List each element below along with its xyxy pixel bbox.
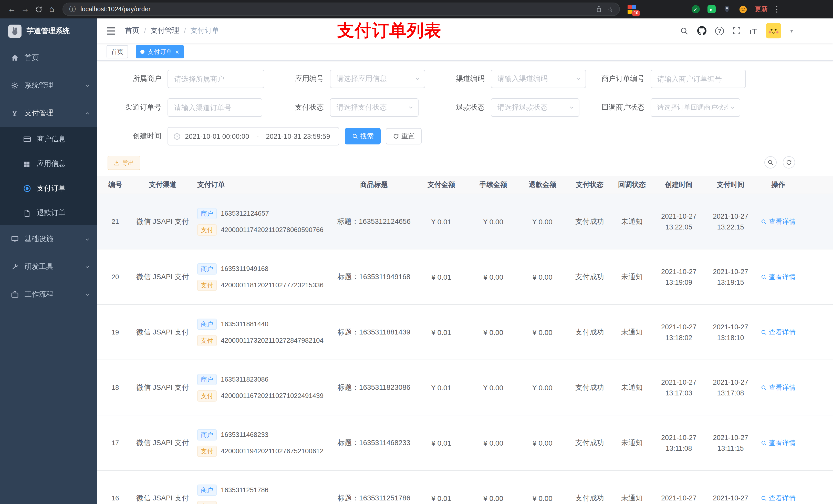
sidebar-item-payment[interactable]: ¥ 支付管理 [0,99,97,127]
forward-icon[interactable]: → [19,3,32,16]
font-size-icon[interactable]: ıT [749,26,757,35]
main-pane: 首页 / 支付管理 / 支付订单 支付订单列表 ? [97,19,833,504]
pay-tag: 支付 [197,335,217,346]
gear-icon [10,81,19,90]
tab-home[interactable]: 首页 [106,45,128,58]
merchant-tag: 商户 [197,429,217,440]
sidebar-item-pay-order[interactable]: 支付订单 [0,176,97,201]
home-icon[interactable]: ⌂ [45,3,58,16]
url-bar[interactable]: ⓘ localhost:1024/pay/order ☆ [63,3,620,16]
filter-pay-status: 支付状态 请选择支付状态 [270,98,419,117]
search-icon[interactable] [680,26,689,35]
toggle-search-button[interactable] [764,156,777,169]
view-detail-link[interactable]: 查看详情 [761,272,795,282]
filter-merchant-order-no: 商户订单编号 [585,70,746,88]
reload-icon[interactable] [32,3,45,16]
url-text: localhost:1024/pay/order [80,6,591,13]
extension-drop-icon[interactable] [643,5,652,14]
sidebar-item-merchant-info[interactable]: 商户信息 [0,127,97,152]
channel-order-no-input[interactable] [168,98,262,117]
sidebar-item-home[interactable]: 首页 [0,44,97,72]
back-icon[interactable]: ← [5,3,19,16]
breadcrumb-payment[interactable]: 支付管理 [151,26,179,35]
sidebar-item-workflow[interactable]: 工作流程 [0,281,97,308]
tab-pay-order[interactable]: 支付订单 × [136,45,184,58]
refund-status-select[interactable]: 请选择退款状态 [491,98,579,117]
breadcrumb-home[interactable]: 首页 [125,26,139,35]
wrench-icon [10,263,19,271]
chevron-down-icon [575,76,581,82]
notify-status-select[interactable]: 请选择订单回调商户状态 [651,98,740,117]
browser-menu-icon[interactable]: ⋮ [773,5,780,14]
extension-check-icon[interactable]: ✓ [691,5,700,14]
user-avatar[interactable] [766,23,782,39]
card-icon [23,135,31,144]
close-icon[interactable]: × [175,48,179,55]
chevron-down-icon [85,264,90,270]
date-start[interactable]: 2021-10-01 00:00:00 [185,133,249,140]
view-detail-link[interactable]: 查看详情 [761,438,795,448]
top-navbar: 首页 / 支付管理 / 支付订单 支付订单列表 ? [97,19,833,43]
extension-blocks-icon[interactable]: 10 [627,5,636,14]
extension-circle-gray-icon[interactable] [659,5,668,14]
merchant-input[interactable] [168,70,264,88]
sidebar-submenu-payment: 商户信息 应用信息 支付订单 [0,127,97,225]
chevron-down-icon [414,76,421,82]
navbar-actions: ? ıT ▾ [680,19,793,43]
screen: ← → ⌂ ⓘ localhost:1024/pay/order ☆ 10 ✓ … [0,0,833,504]
merchant-tag: 商户 [197,318,217,330]
app-id-select[interactable]: 请选择应用信息 [330,70,425,88]
sidebar-item-refund-order[interactable]: 退款订单 [0,201,97,225]
view-detail-link[interactable]: 查看详情 [761,494,795,503]
channel-code-select[interactable]: 请输入渠道编码 [491,70,586,88]
export-button[interactable]: 导出 [108,156,140,170]
search-button[interactable]: 搜索 [345,128,381,144]
table-row: 16 微信 JSAPI 支付 商户1635311251786 支付 标题：163… [97,471,833,504]
table-row: 21 微信 JSAPI 支付 商户1635312124657 支付4200001… [97,194,833,249]
logo-rabbit-icon [8,25,22,38]
help-icon[interactable]: ? [715,26,724,35]
date-range-picker[interactable]: 2021-10-01 00:00:00 - 2021-10-31 23:59:5… [168,127,339,145]
avatar-caret-icon[interactable]: ▾ [790,27,793,34]
pay-status-select[interactable]: 请选择支付状态 [330,98,419,117]
sidebar-item-system[interactable]: 系统管理 [0,72,97,99]
page-title-annotation: 支付订单列表 [337,19,442,42]
table-row: 19 微信 JSAPI 支付 商户1635311881440 支付4200001… [97,305,833,360]
pay-tag: 支付 [197,224,217,235]
target-icon [23,184,31,193]
chevron-down-icon [730,104,736,111]
app-window: 芋道管理系统 首页 系统管理 ¥ 支付管理 [0,19,833,504]
hamburger-icon[interactable] [106,27,116,34]
chrome-update-button[interactable]: 更新 [755,5,768,14]
extension-pin-icon[interactable] [723,5,732,14]
pay-tag: 支付 [197,390,217,401]
extension-badge: 10 [632,10,640,16]
extension-circle-green-icon[interactable] [675,5,684,14]
browser-chrome: ← → ⌂ ⓘ localhost:1024/pay/order ☆ 10 ✓ … [0,0,833,19]
view-detail-link[interactable]: 查看详情 [761,328,795,337]
extension-toolbar: 10 ✓ ▸ [627,5,747,14]
sidebar-item-infrastructure[interactable]: 基础设施 [0,225,97,253]
merchant-order-no-input[interactable] [651,70,746,88]
monitor-icon [10,235,19,243]
chevron-down-icon [85,83,90,88]
orders-table: 编号 支付渠道 支付订单 商品标题 支付金额 手续金额 退款金额 支付状态 回调… [97,176,833,504]
sidebar-item-dev-tools[interactable]: 研发工具 [0,253,97,281]
breadcrumb-pay-order: 支付订单 [191,26,219,35]
date-end[interactable]: 2021-10-31 23:59:59 [266,133,330,140]
view-detail-link[interactable]: 查看详情 [761,217,795,226]
profile-avatar-icon[interactable] [739,5,747,14]
reset-button[interactable]: 重置 [386,128,422,144]
site-info-icon[interactable]: ⓘ [69,5,76,14]
view-detail-link[interactable]: 查看详情 [761,383,795,392]
extension-square-green-icon[interactable]: ▸ [707,5,716,14]
github-icon[interactable] [697,26,707,35]
sidebar-item-app-info[interactable]: 应用信息 [0,152,97,176]
share-icon[interactable] [596,6,603,13]
bookmark-star-icon[interactable]: ☆ [607,5,613,13]
app-title: 芋道管理系统 [27,27,70,36]
chevron-up-icon [85,111,90,116]
refresh-button[interactable] [783,156,795,169]
filter-merchant: 所属商户 [108,70,264,88]
fullscreen-icon[interactable] [733,27,741,35]
